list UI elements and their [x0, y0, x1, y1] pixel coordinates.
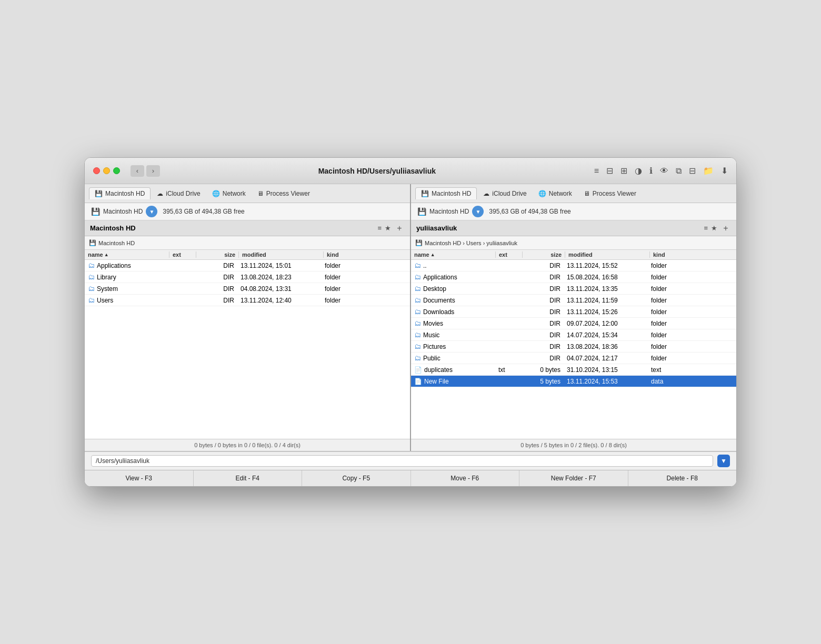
fn-button-6[interactable]: Move - F6 [411, 470, 520, 486]
left-tab-network[interactable]: 🌐 Network [207, 188, 251, 199]
left-storage-nav[interactable]: ▼ [146, 206, 157, 217]
left-tab-macintosh-hd[interactable]: 💾 Macintosh HD [89, 187, 151, 199]
fn-button-5[interactable]: Copy - F5 [302, 470, 411, 486]
left-col-kind[interactable]: kind [324, 251, 366, 258]
file-kind: folder [322, 285, 364, 293]
list-item[interactable]: 🗂 Pictures DIR 13.08.2024, 18:36 folder [411, 341, 736, 353]
right-col-headers: name ▲ ext size modified [411, 250, 736, 260]
list-item[interactable]: 🗂 Library DIR 13.08.2024, 18:23 folder [85, 271, 410, 283]
file-size: DIR [195, 274, 237, 281]
path-input[interactable] [91, 455, 713, 467]
list-item[interactable]: 📄 New File 5 bytes 13.11.2024, 15:53 dat… [411, 376, 736, 387]
hd-icon-r: 💾 [421, 190, 429, 197]
right-col-modified[interactable]: modified [565, 251, 649, 258]
split-icon[interactable]: ⊟ [689, 166, 696, 176]
drive-icon-r: 💾 [417, 207, 426, 216]
left-tabs: 💾 Macintosh HD ☁ iCloud Drive 🌐 Network … [85, 184, 410, 203]
right-tab-icloud[interactable]: ☁ iCloud Drive [478, 188, 532, 199]
fn-button-3[interactable]: View - F3 [85, 470, 194, 486]
breadcrumb-drive-icon: 💾 [89, 239, 96, 246]
fn-button-4[interactable]: Edit - F4 [194, 470, 303, 486]
right-star-icon[interactable]: ★ [711, 224, 717, 232]
right-storage-nav[interactable]: ▼ [472, 206, 484, 217]
info-icon[interactable]: ℹ [649, 166, 653, 176]
file-name: Applications [423, 274, 457, 281]
grid-view-icon[interactable]: ⊟ [606, 166, 613, 176]
left-star-icon[interactable]: ★ [385, 224, 391, 232]
file-name: Desktop [423, 285, 446, 293]
list-item[interactable]: 🗂 System DIR 04.08.2024, 13:31 folder [85, 283, 410, 295]
left-tab-icloud[interactable]: ☁ iCloud Drive [152, 188, 205, 199]
file-name: System [97, 285, 118, 293]
list-item[interactable]: 🗂 Public DIR 04.07.2024, 12:17 folder [411, 353, 736, 364]
list-item[interactable]: 🗂 Users DIR 13.11.2024, 12:40 folder [85, 295, 410, 306]
nav-arrows: ‹ › [131, 165, 160, 177]
sort-arrow: ▲ [104, 252, 109, 257]
list-item[interactable]: 🗂 Music DIR 14.07.2024, 15:34 folder [411, 329, 736, 341]
file-kind: folder [648, 297, 690, 304]
right-tab-macintosh-hd[interactable]: 💾 Macintosh HD [415, 187, 477, 199]
list-item[interactable]: 🗂 Movies DIR 09.07.2024, 12:00 folder [411, 318, 736, 329]
right-storage-bar: 💾 Macintosh HD ▼ 395,63 GB of 494,38 GB … [411, 203, 736, 220]
cloud-icon: ☁ [157, 190, 163, 197]
fn-button-7[interactable]: New Folder - F7 [519, 470, 628, 486]
list-item[interactable]: 🗂 Desktop DIR 13.11.2024, 13:35 folder [411, 283, 736, 295]
right-tab-network[interactable]: 🌐 Network [533, 188, 577, 199]
left-col-modified[interactable]: modified [239, 251, 323, 258]
file-modified: 13.11.2024, 15:52 [564, 262, 648, 269]
file-size: DIR [522, 308, 564, 316]
right-tab-process-viewer[interactable]: 🖥 Process Viewer [578, 188, 642, 199]
left-tab-process-viewer[interactable]: 🖥 Process Viewer [252, 188, 315, 199]
right-file-list: 🗂 .. DIR 13.11.2024, 15:52 folder 🗂 Appl… [411, 260, 736, 439]
left-col-headers: name ▲ ext size modified [85, 250, 410, 260]
network-icon: 🌐 [212, 190, 220, 197]
list-item[interactable]: 🗂 Applications DIR 15.08.2024, 16:58 fol… [411, 271, 736, 283]
file-name: Library [97, 274, 116, 281]
list-item[interactable]: 📄 duplicates txt 0 bytes 31.10.2024, 13:… [411, 364, 736, 376]
path-go-button[interactable]: ▼ [717, 455, 730, 467]
list-item[interactable]: 🗂 .. DIR 13.11.2024, 15:52 folder [411, 260, 736, 271]
cloud-icon-r: ☁ [483, 190, 489, 197]
right-pane-title: yuliiasavliuk [416, 224, 457, 232]
file-size: DIR [195, 297, 237, 304]
left-add-tab-button[interactable]: + [394, 223, 405, 234]
file-type-icon: 🗂 [414, 308, 421, 316]
file-size: DIR [522, 320, 564, 327]
drive-icon: 💾 [91, 207, 100, 216]
list-view-icon[interactable]: ≡ [594, 166, 599, 176]
grid4-view-icon[interactable]: ⊞ [620, 166, 627, 176]
file-size: DIR [195, 285, 237, 293]
list-item[interactable]: 🗂 Documents DIR 13.11.2024, 11:59 folder [411, 295, 736, 306]
right-status-bar: 0 bytes / 5 bytes in 0 / 2 file(s). 0 / … [411, 439, 736, 451]
left-col-name[interactable]: name ▲ [85, 251, 169, 258]
right-col-ext[interactable]: ext [496, 251, 522, 258]
file-type-icon: 🗂 [414, 343, 421, 350]
maximize-button[interactable] [113, 167, 120, 174]
eye-icon[interactable]: 👁 [660, 166, 668, 176]
file-kind: folder [648, 285, 690, 293]
list-item[interactable]: 🗂 Applications DIR 13.11.2024, 15:01 fol… [85, 260, 410, 271]
minimize-button[interactable] [103, 167, 110, 174]
right-col-kind[interactable]: kind [650, 251, 692, 258]
function-bar: View - F3Edit - F4Copy - F5Move - F6New … [85, 470, 736, 486]
right-col-size[interactable]: size [523, 251, 565, 258]
list-item[interactable]: 🗂 Downloads DIR 13.11.2024, 15:26 folder [411, 306, 736, 318]
close-button[interactable] [93, 167, 100, 174]
right-add-tab-button[interactable]: + [720, 223, 731, 234]
toggle-icon[interactable]: ◑ [635, 166, 642, 176]
folder-icon[interactable]: 📁 [703, 166, 714, 176]
file-name: Public [423, 355, 440, 362]
binoculars-icon[interactable]: ⧉ [676, 166, 682, 176]
right-col-name[interactable]: name ▲ [411, 251, 495, 258]
left-list-icon[interactable]: ≡ [377, 224, 382, 232]
left-col-size[interactable]: size [196, 251, 238, 258]
fn-button-8[interactable]: Delete - F8 [628, 470, 737, 486]
left-col-ext[interactable]: ext [169, 251, 196, 258]
file-kind: folder [648, 320, 690, 327]
forward-button[interactable]: › [146, 165, 160, 177]
back-button[interactable]: ‹ [131, 165, 144, 177]
file-size: DIR [522, 331, 564, 339]
right-list-icon[interactable]: ≡ [704, 224, 708, 232]
file-name: Documents [423, 297, 455, 304]
download-icon[interactable]: ⬇ [721, 166, 728, 176]
